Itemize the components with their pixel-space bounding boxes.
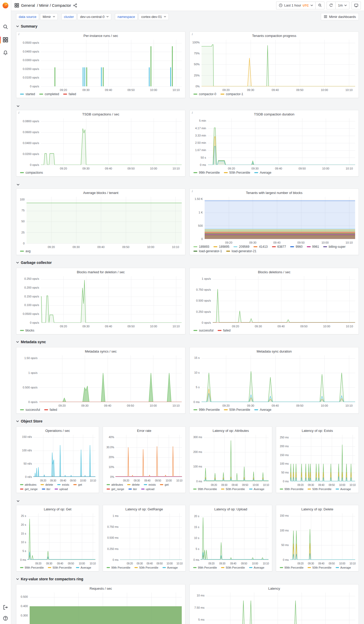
legend-item-99th-percentile[interactable]: 99th Percentile (193, 487, 217, 491)
legend-item-exists[interactable]: exists (144, 483, 156, 487)
search-icon[interactable] (0, 24, 11, 29)
legend-item-50th-percentile[interactable]: 50th Percentile (224, 408, 250, 412)
section-header-summary[interactable]: Summary (16, 23, 359, 30)
legend-item-99th-percentile[interactable]: 99th Percentile (20, 566, 44, 570)
chart-area[interactable] (290, 513, 355, 560)
section-header-object-store[interactable]: Object Store (16, 418, 359, 425)
chart-area[interactable] (200, 513, 269, 560)
legend-item-load-generator-21[interactable]: load-generator-21 (226, 249, 256, 253)
legend-item-delete[interactable]: delete (41, 483, 53, 487)
legend-item-blocks[interactable]: blocks (20, 328, 34, 333)
section-header-key-value-store-for-compactors-ring[interactable]: Key-value store for compactors ring (16, 576, 359, 582)
legend-item-50th-percentile[interactable]: 50th Percentile (221, 566, 245, 570)
panel-title[interactable]: TSDB compactions / sec (19, 112, 183, 117)
legend-item-189893[interactable]: 189893 (193, 245, 209, 249)
variable-datasource-value[interactable]: Mimir (40, 13, 58, 20)
legend-item-successful[interactable]: successful (193, 328, 213, 333)
panel-title[interactable]: Latency of op: Delete (279, 506, 356, 512)
panel-title[interactable]: Latency (192, 586, 356, 591)
legend-item-99th-percentile[interactable]: 99th Percentile (280, 487, 303, 491)
chart-area[interactable] (202, 355, 355, 402)
legend-item-load-generator-1[interactable]: load-generator-1 (193, 249, 222, 253)
legend-item-delete[interactable]: delete (127, 483, 140, 487)
panel-title[interactable]: Metadata syncs / sec (19, 349, 183, 354)
legend-item-avg[interactable]: avg (20, 249, 30, 253)
chart-area[interactable] (290, 435, 355, 481)
legend-item-average[interactable]: Average (162, 566, 178, 570)
chart-area[interactable] (30, 593, 182, 624)
chart-area[interactable] (27, 513, 95, 560)
panel-title[interactable]: Per-instance runs / sec (19, 33, 183, 38)
panel-title[interactable]: Latency of op: GetRange (106, 506, 183, 512)
legend-item-get[interactable]: get (160, 483, 168, 487)
panel-info-icon[interactable]: i (18, 111, 19, 114)
legend-item-average[interactable]: Average (249, 487, 264, 491)
panel-title[interactable]: Latency of op: Upload (192, 506, 269, 512)
share-icon[interactable] (73, 3, 77, 8)
legend-item-average[interactable]: Average (336, 487, 351, 491)
legend-item-50th-percentile[interactable]: 50th Percentile (48, 566, 72, 570)
legend-item-compactor-0[interactable]: compactor-0 (193, 92, 216, 96)
chart-area[interactable] (204, 435, 269, 481)
legend-item-started[interactable]: started (20, 92, 35, 96)
section-header-garbage-collector[interactable]: Garbage collector (16, 259, 359, 266)
legend-item-compactions[interactable]: compactions (20, 171, 43, 175)
legend-item-209569[interactable]: 209569 (233, 245, 249, 249)
legend-item-upload[interactable]: upload (55, 487, 68, 491)
collapsed-row-toggle[interactable] (16, 181, 359, 188)
chart-area[interactable] (115, 435, 182, 477)
legend-item-average[interactable]: Average (249, 566, 264, 570)
legend-item-get-range[interactable]: get_range (107, 487, 124, 491)
panel-title[interactable]: Error rate (106, 428, 183, 433)
mimir-dashboards-button[interactable]: Mimir dashboards (321, 13, 359, 20)
grafana-logo[interactable] (2, 1, 9, 9)
panel-info-icon[interactable]: i (192, 32, 193, 36)
panel-title[interactable]: Latency of op: Get (19, 506, 96, 512)
breadcrumb[interactable]: General / Mimir / Compactor (15, 3, 77, 8)
panel-title[interactable]: Latency of op: Exists (279, 428, 356, 433)
kiosk-mode-button[interactable] (352, 2, 361, 9)
legend-item-9960[interactable]: 9960 (290, 245, 303, 249)
chart-area[interactable] (120, 513, 182, 560)
collapsed-row-toggle[interactable] (16, 497, 359, 505)
time-range-picker[interactable]: Last 1 hour UTC (276, 2, 315, 9)
alerting-bell-icon[interactable] (0, 50, 11, 55)
sign-out-icon[interactable] (0, 605, 11, 610)
legend-item-iter[interactable]: iter (42, 487, 50, 491)
legend-item-41413[interactable]: 41413 (254, 245, 268, 249)
legend-item-189895[interactable]: 189895 (213, 245, 229, 249)
panel-title[interactable]: TSDB compaction duration (192, 112, 356, 117)
legend-item-50th-percentile[interactable]: 50th Percentile (308, 487, 331, 491)
legend-item-99th-percentile[interactable]: 99th Percentile (107, 566, 130, 570)
breadcrumb-folder[interactable]: General (21, 3, 35, 8)
chart-area[interactable] (41, 40, 182, 86)
legend-item-get[interactable]: get (73, 483, 82, 487)
legend-item-50th-percentile[interactable]: 50th Percentile (221, 487, 245, 491)
panel-title[interactable]: Tenants compaction progress (192, 33, 356, 38)
panel-title[interactable]: Average blocks / tenant (19, 190, 183, 196)
legend-item-compactor-1[interactable]: compactor-1 (220, 92, 243, 96)
legend-item-exists[interactable]: exists (57, 483, 69, 487)
legend-item-get-range[interactable]: get_range (20, 487, 38, 491)
legend-item-successful[interactable]: successful (20, 408, 40, 412)
help-icon[interactable] (0, 616, 11, 621)
panel-title[interactable]: Operations / sec (19, 428, 96, 433)
legend-item-average[interactable]: Average (254, 408, 271, 412)
refresh-button[interactable] (327, 2, 335, 9)
chart-area[interactable] (206, 593, 355, 624)
panel-title[interactable]: Blocks marked for deletion / sec (19, 269, 183, 275)
panel-title[interactable]: Metadata sync duration (192, 349, 356, 354)
legend-item-upload[interactable]: upload (141, 487, 154, 491)
legend-item-failed[interactable]: failed (44, 408, 57, 412)
legend-item-attributes[interactable]: attributes (20, 483, 36, 487)
legend-item-attributes[interactable]: attributes (107, 483, 123, 487)
legend-item-50th-percentile[interactable]: 50th Percentile (308, 566, 331, 570)
chart-area[interactable] (27, 197, 182, 243)
legend-item-99th-percentile[interactable]: 99th Percentile (193, 171, 220, 175)
chart-area[interactable] (208, 118, 355, 165)
legend-item-50th-percentile[interactable]: 50th Percentile (134, 566, 158, 570)
variable-namespace-value[interactable]: cortex-dev-01 (139, 13, 168, 20)
panel-info-icon[interactable]: i (192, 190, 193, 193)
legend-item-99th-percentile[interactable]: 99th Percentile (193, 408, 220, 412)
panel-title[interactable]: Latency of op: Attributes (192, 428, 269, 433)
